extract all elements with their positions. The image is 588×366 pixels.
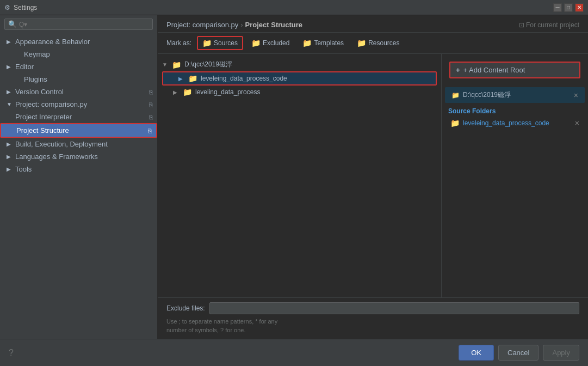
close-button[interactable]: ✕	[575, 3, 584, 12]
exclude-label: Exclude files:	[166, 304, 205, 312]
sidebar-item-tools[interactable]: ▶ Tools	[0, 163, 157, 175]
arrow-icon: ▶	[7, 154, 13, 160]
bottom-bar: ? OK Cancel Apply	[0, 339, 588, 366]
root-folder-icon: 📁	[451, 91, 460, 99]
tree-expand-icon: ▼	[162, 62, 170, 68]
help-button[interactable]: ?	[9, 348, 14, 358]
bottom-actions: OK Cancel Apply	[459, 345, 579, 361]
mark-as-sources-button[interactable]: 📁 Sources	[197, 36, 243, 50]
mark-as-templates-button[interactable]: 📁 Templates	[298, 36, 349, 50]
sidebar-item-label: Version Control	[15, 88, 64, 96]
arrow-icon: ▼	[7, 101, 13, 107]
mark-as-excluded-button[interactable]: 📁 Excluded	[246, 36, 294, 50]
sidebar-item-editor[interactable]: ▶ Editor	[0, 60, 157, 73]
sidebar-item-label: Plugins	[24, 75, 153, 83]
tree-item-root[interactable]: ▼ 📁 D:\qcc\2019磁浮	[158, 58, 441, 71]
exclude-input[interactable]	[209, 302, 579, 314]
apply-button[interactable]: Apply	[543, 345, 579, 361]
exclude-hint: Use ; to separate name patterns, * for a…	[166, 318, 579, 334]
exclude-row: Exclude files:	[166, 302, 579, 314]
sidebar-item-keymap[interactable]: Keymap	[0, 48, 157, 60]
arrow-icon: ▶	[7, 166, 13, 172]
add-icon: +	[456, 66, 460, 74]
add-content-root-button[interactable]: + + Add Content Root	[449, 62, 580, 78]
copy-icon: ⎘	[148, 127, 152, 134]
mark-as-label: Mark as:	[166, 39, 191, 47]
source-folders-section: Source Folders 📁 leveleing_data_process_…	[442, 104, 588, 132]
content-area: Project: comparison.py › Project Structu…	[158, 15, 588, 339]
arrow-icon: ▶	[7, 64, 13, 70]
sidebar-item-label: Project: comparison.py	[15, 100, 87, 108]
sidebar: 🔍 ▶ Appearance & Behavior Keymap ▶ Edito…	[0, 15, 158, 339]
sidebar-item-label: Project Interpreter	[15, 113, 147, 121]
for-current-project: ⊡ For current project	[519, 21, 579, 29]
resources-label: Resources	[368, 39, 399, 47]
sidebar-item-plugins[interactable]: Plugins	[0, 73, 157, 86]
sidebar-item-project[interactable]: ▼ Project: comparison.py ⎘	[0, 98, 157, 111]
search-icon: 🔍	[8, 20, 17, 28]
exclude-section: Exclude files: Use ; to separate name pa…	[158, 297, 588, 339]
tree-expand-icon: ▶	[173, 89, 181, 95]
other-folder-icon: 📁	[183, 88, 192, 96]
sidebar-item-project-interpreter[interactable]: Project Interpreter ⎘	[0, 111, 157, 123]
root-path-label: D:\qcc\2019磁浮	[463, 90, 571, 100]
add-content-root-label: + Add Content Root	[463, 66, 525, 74]
cancel-button[interactable]: Cancel	[498, 345, 539, 361]
sources-label: Sources	[214, 39, 238, 47]
content-body: ▼ 📁 D:\qcc\2019磁浮 ▶ 📁 leveleing_data_pro…	[158, 54, 588, 297]
excluded-folder-icon: 📁	[251, 39, 261, 47]
sidebar-item-label: Build, Execution, Deployment	[15, 140, 153, 148]
sources-folder-icon: 📁	[202, 39, 212, 47]
mark-as-resources-button[interactable]: 📁 Resources	[352, 36, 404, 50]
arrow-icon: ▶	[7, 89, 13, 95]
sidebar-item-appearance[interactable]: ▶ Appearance & Behavior	[0, 35, 157, 48]
window-title: Settings	[14, 4, 550, 11]
main-layout: 🔍 ▶ Appearance & Behavior Keymap ▶ Edito…	[0, 15, 588, 339]
source-folders-title: Source Folders	[448, 107, 581, 115]
templates-folder-icon: 📁	[302, 39, 312, 47]
tree-item-label: leveling_data_process	[195, 88, 260, 96]
sidebar-item-label: Keymap	[24, 50, 153, 58]
sidebar-items: ▶ Appearance & Behavior Keymap ▶ Editor …	[0, 33, 157, 339]
content-header: Project: comparison.py › Project Structu…	[158, 15, 588, 33]
sidebar-item-label: Tools	[15, 165, 153, 173]
right-panel: + + Add Content Root 📁 D:\qcc\2019磁浮 × S…	[441, 54, 588, 297]
sidebar-item-label: Editor	[15, 63, 153, 71]
copy-icon: ⎘	[149, 89, 153, 95]
source-folder-label: leveleing_data_process_code	[463, 119, 572, 127]
for-current-text: ⊡ For current project	[519, 21, 579, 29]
window-controls: ─ □ ✕	[553, 3, 584, 12]
source-folder-item: 📁 leveleing_data_process_code ×	[448, 117, 581, 129]
breadcrumb-separator: ›	[240, 21, 243, 29]
resources-folder-icon: 📁	[357, 39, 366, 47]
source-folder-icon: 📁	[450, 119, 460, 127]
tree-item-label: D:\qcc\2019磁浮	[184, 60, 232, 69]
breadcrumb-project: Project: comparison.py	[166, 21, 238, 29]
maximize-button[interactable]: □	[564, 3, 573, 12]
source-folder-close-button[interactable]: ×	[575, 119, 579, 127]
arrow-icon: ▶	[7, 39, 13, 45]
tree-item-source-folder[interactable]: ▶ 📁 leveleing_data_process_code	[162, 71, 437, 86]
search-box[interactable]: 🔍	[4, 19, 153, 30]
sidebar-item-languages[interactable]: ▶ Languages & Frameworks	[0, 150, 157, 163]
title-bar: ⚙ Settings ─ □ ✕	[0, 0, 588, 15]
sidebar-item-label: Appearance & Behavior	[15, 38, 153, 46]
sidebar-item-label: Project Structure	[16, 126, 146, 135]
sidebar-item-project-structure[interactable]: Project Structure ⎘	[0, 123, 157, 138]
sidebar-item-build[interactable]: ▶ Build, Execution, Deployment	[0, 138, 157, 150]
root-close-button[interactable]: ×	[574, 91, 578, 100]
sidebar-item-label: Languages & Frameworks	[15, 152, 153, 161]
excluded-label: Excluded	[263, 39, 289, 47]
root-path-entry: 📁 D:\qcc\2019磁浮 ×	[445, 87, 585, 103]
ok-button[interactable]: OK	[459, 345, 494, 361]
tree-item-other-folder[interactable]: ▶ 📁 leveling_data_process	[158, 86, 441, 98]
source-folder-icon: 📁	[188, 74, 197, 83]
file-tree: ▼ 📁 D:\qcc\2019磁浮 ▶ 📁 leveleing_data_pro…	[158, 54, 441, 297]
search-input[interactable]	[19, 21, 149, 28]
templates-label: Templates	[314, 39, 344, 47]
sidebar-item-version-control[interactable]: ▶ Version Control ⎘	[0, 86, 157, 98]
tree-item-label: leveleing_data_process_code	[201, 75, 287, 82]
copy-icon: ⎘	[149, 114, 153, 120]
minimize-button[interactable]: ─	[553, 3, 562, 12]
mark-as-bar: Mark as: 📁 Sources 📁 Excluded 📁 Template…	[158, 33, 588, 54]
